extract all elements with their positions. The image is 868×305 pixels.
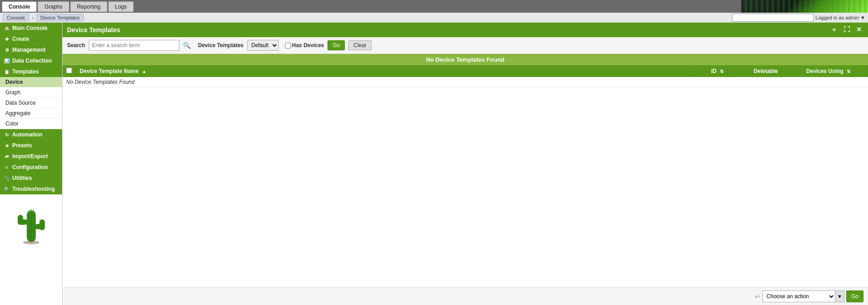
- import-export-icon: ⇄: [4, 153, 10, 160]
- tab-graphs[interactable]: Graphs: [38, 1, 69, 12]
- col-header-devices-using[interactable]: Devices Using ⇅: [782, 65, 854, 77]
- clear-button[interactable]: Clear: [348, 40, 371, 50]
- sidebar-item-main-console[interactable]: 🏠 Main Console: [0, 23, 62, 34]
- automation-icon: ↻: [4, 131, 10, 138]
- sidebar-item-presets[interactable]: ★ Presets: [0, 140, 62, 151]
- action-bar: ↵ Choose an action ▼ Go: [63, 287, 868, 305]
- breadcrumb-bar: Console › Device Templates Logged in as …: [0, 13, 868, 23]
- action-select-wrapper: Choose an action ▼: [762, 290, 844, 302]
- col-header-deletable: Deletable: [728, 65, 782, 77]
- sidebar-label-automation: Automation: [12, 131, 43, 138]
- top-search-input[interactable]: [732, 14, 814, 22]
- tab-logs[interactable]: Logs: [108, 1, 134, 12]
- table-area: No Device Templates Found Device Templat…: [63, 54, 868, 287]
- sort-icon-id: ⇅: [720, 69, 723, 74]
- sidebar-sub-color[interactable]: Color: [0, 119, 62, 129]
- close-icon[interactable]: ✕: [854, 25, 863, 35]
- content-header: Device Templates ＋ ⛶ ✕: [63, 23, 868, 37]
- action-dropdown-button[interactable]: ▼: [835, 290, 844, 302]
- search-bar: Search 🔍 Device Templates Default Has De…: [63, 37, 868, 54]
- configuration-icon: ≡: [4, 164, 10, 170]
- col-header-id[interactable]: ID ⇅: [691, 65, 728, 77]
- sidebar-label-import-export: Import/Export: [12, 153, 48, 160]
- troubleshooting-icon: 🔍: [4, 186, 10, 192]
- col-header-actions: [854, 65, 868, 77]
- cactus-image: [13, 199, 49, 249]
- logged-in-label: Logged in as admin ▼: [815, 15, 865, 20]
- sidebar: 🏠 Main Console ✚ Create ⚙ Management 📊 D…: [0, 23, 63, 305]
- main-console-icon: 🏠: [4, 25, 10, 31]
- go-button[interactable]: Go: [328, 40, 345, 50]
- sidebar-item-utilities[interactable]: 🔧 Utilities: [0, 173, 62, 184]
- breadcrumb-separator: ›: [32, 15, 34, 20]
- sort-icon-devices: ⇅: [847, 69, 850, 74]
- create-icon: ✚: [4, 36, 10, 42]
- sidebar-item-configuration[interactable]: ≡ Configuration: [0, 162, 62, 173]
- add-icon[interactable]: ＋: [829, 25, 839, 35]
- sidebar-label-data-collection: Data Collection: [12, 58, 52, 64]
- svg-rect-2: [18, 215, 23, 225]
- select-all-checkbox[interactable]: [66, 68, 72, 73]
- device-templates-table: Device Template Name ▲ ID ⇅ Deletable De…: [63, 65, 868, 87]
- sidebar-sub-data-source[interactable]: Data Source: [0, 98, 62, 108]
- has-devices-label: Has Devices: [285, 42, 324, 48]
- col-header-checkbox: [63, 65, 76, 77]
- action-select[interactable]: Choose an action: [762, 290, 835, 302]
- tab-console[interactable]: Console: [2, 1, 37, 12]
- sidebar-item-data-collection[interactable]: 📊 Data Collection: [0, 55, 62, 66]
- tab-reporting[interactable]: Reporting: [70, 1, 107, 12]
- sidebar-sub-device[interactable]: Device: [0, 77, 62, 87]
- presets-icon: ★: [4, 142, 10, 149]
- sidebar-label-troubleshooting: Troubleshooting: [12, 186, 55, 192]
- svg-rect-4: [39, 219, 45, 230]
- templates-submenu: Device Graph Data Source Aggregate Color: [0, 77, 62, 129]
- management-icon: ⚙: [4, 47, 10, 53]
- sidebar-sub-graph[interactable]: Graph: [0, 87, 62, 98]
- sidebar-item-troubleshooting[interactable]: 🔍 Troubleshooting: [0, 184, 62, 194]
- sidebar-item-create[interactable]: ✚ Create: [0, 34, 62, 44]
- cactus-decoration: [0, 194, 62, 253]
- sidebar-label-configuration: Configuration: [12, 164, 48, 170]
- sidebar-label-management: Management: [12, 47, 45, 53]
- breadcrumb-console[interactable]: Console: [3, 14, 29, 21]
- search-input[interactable]: [89, 40, 179, 51]
- top-search-area: Logged in as admin ▼: [732, 14, 865, 22]
- sidebar-item-import-export[interactable]: ⇄ Import/Export: [0, 151, 62, 162]
- sidebar-label-utilities: Utilities: [12, 175, 32, 181]
- search-icon[interactable]: 🔍: [183, 42, 191, 49]
- utilities-icon: 🔧: [4, 175, 10, 181]
- table-header-row: Device Template Name ▲ ID ⇅ Deletable De…: [63, 65, 868, 77]
- no-results-banner: No Device Templates Found: [63, 54, 868, 65]
- svg-point-11: [23, 241, 39, 244]
- page-title: Device Templates: [67, 26, 120, 34]
- col-header-name[interactable]: Device Template Name ▲: [76, 65, 691, 77]
- sidebar-item-management[interactable]: ⚙ Management: [0, 44, 62, 55]
- breadcrumb-device-templates[interactable]: Device Templates: [36, 14, 84, 21]
- sidebar-item-automation[interactable]: ↻ Automation: [0, 129, 62, 140]
- top-navigation: Console Graphs Reporting Logs: [0, 0, 868, 13]
- no-data-cell: No Device Templates Found: [63, 77, 868, 87]
- content-area: Device Templates ＋ ⛶ ✕ Search 🔍 Device T…: [63, 23, 868, 305]
- templates-icon: 📋: [4, 68, 10, 75]
- header-icons: ＋ ⛶ ✕: [829, 25, 863, 35]
- sidebar-label-presets: Presets: [12, 142, 32, 149]
- sidebar-item-templates[interactable]: 📋 Templates: [0, 66, 62, 77]
- expand-icon[interactable]: ⛶: [842, 25, 852, 35]
- sidebar-label-templates: Templates: [12, 68, 39, 75]
- device-templates-select[interactable]: Default: [247, 40, 279, 51]
- return-icon: ↵: [755, 292, 761, 301]
- sidebar-label-main-console: Main Console: [12, 25, 48, 31]
- device-templates-label: Device Templates: [198, 42, 244, 48]
- sort-icon-name: ▲: [142, 69, 146, 74]
- has-devices-checkbox[interactable]: [285, 43, 291, 48]
- sidebar-sub-aggregate[interactable]: Aggregate: [0, 108, 62, 119]
- no-data-row: No Device Templates Found: [63, 77, 868, 87]
- search-label: Search: [67, 42, 85, 48]
- action-go-button[interactable]: Go: [846, 290, 863, 302]
- main-layout: 🏠 Main Console ✚ Create ⚙ Management 📊 D…: [0, 23, 868, 305]
- logo-area: [741, 0, 868, 13]
- data-collection-icon: 📊: [4, 58, 10, 64]
- sidebar-label-create: Create: [12, 36, 29, 42]
